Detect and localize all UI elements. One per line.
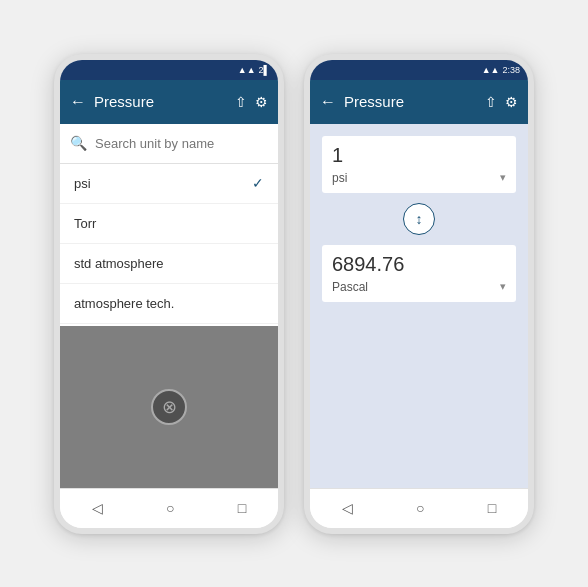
search-bar: 🔍 [60,124,278,164]
scene: ▲▲ 2▌ ← Pressure ⇧ ⚙ 🔍 psi ✓ Torr [0,0,588,587]
left-home-button[interactable]: ○ [166,500,174,516]
output-value: 6894.76 [332,253,506,276]
left-top-bar: ← Pressure ⇧ ⚙ [60,80,278,124]
right-back-button[interactable]: ← [320,93,336,111]
overlay-dim: ⊗ [60,326,278,488]
list-item[interactable]: atmosphere tech. [60,284,278,324]
left-action-icons: ⇧ ⚙ [235,94,268,110]
right-settings-icon[interactable]: ⚙ [505,94,518,110]
right-nav-bar: ◁ ○ □ [310,488,528,528]
left-recent-button[interactable]: □ [238,500,246,516]
list-item[interactable]: Torr [60,204,278,244]
left-back-button[interactable]: ← [70,93,86,111]
right-back-nav-button[interactable]: ◁ [342,500,353,516]
right-top-bar: ← Pressure ⇧ ⚙ [310,80,528,124]
right-signal-icon: ▲▲ [482,65,500,75]
close-button[interactable]: ⊗ [151,389,187,425]
right-share-icon[interactable]: ⇧ [485,94,497,110]
search-icon: 🔍 [70,135,87,151]
left-share-icon[interactable]: ⇧ [235,94,247,110]
right-time: 2:38 [502,65,520,75]
left-status-bar: ▲▲ 2▌ [60,60,278,80]
input-unit-row: psi ▾ [332,171,506,185]
input-unit-label[interactable]: psi [332,171,347,185]
swap-button[interactable]: ↕ [403,203,435,235]
unit-name: atmosphere tech. [74,296,174,311]
input-value[interactable]: 1 [332,144,506,167]
unit-name: Torr [74,216,96,231]
search-input[interactable] [95,136,268,151]
unit-name: std atmosphere [74,256,164,271]
left-back-nav-button[interactable]: ◁ [92,500,103,516]
list-item[interactable]: psi ✓ [60,164,278,204]
left-phone: ▲▲ 2▌ ← Pressure ⇧ ⚙ 🔍 psi ✓ Torr [54,54,284,534]
list-item[interactable]: std atmosphere [60,244,278,284]
right-page-title: Pressure [344,93,477,110]
left-status-icons: ▲▲ 2▌ [238,65,270,75]
right-phone: ▲▲ 2:38 ← Pressure ⇧ ⚙ 1 psi ▾ [304,54,534,534]
output-unit-row: Pascal ▾ [332,280,506,294]
output-unit-label[interactable]: Pascal [332,280,368,294]
swap-area: ↕ [322,203,516,235]
right-recent-button[interactable]: □ [488,500,496,516]
input-box: 1 psi ▾ [322,136,516,193]
unit-name: psi [74,176,91,191]
check-icon: ✓ [252,175,264,191]
left-page-title: Pressure [94,93,227,110]
left-settings-icon[interactable]: ⚙ [255,94,268,110]
left-signal-icon: ▲▲ [238,65,256,75]
input-chevron-icon[interactable]: ▾ [500,171,506,184]
left-nav-bar: ◁ ○ □ [60,488,278,528]
converter-content: 1 psi ▾ ↕ 6894.76 Pascal ▾ [310,124,528,488]
output-chevron-icon[interactable]: ▾ [500,280,506,293]
right-status-icons: ▲▲ 2:38 [482,65,520,75]
unit-list: psi ✓ Torr std atmosphere atmosphere tec… [60,164,278,326]
right-action-icons: ⇧ ⚙ [485,94,518,110]
left-time: 2▌ [259,65,270,75]
right-status-bar: ▲▲ 2:38 [310,60,528,80]
right-home-button[interactable]: ○ [416,500,424,516]
output-box: 6894.76 Pascal ▾ [322,245,516,302]
